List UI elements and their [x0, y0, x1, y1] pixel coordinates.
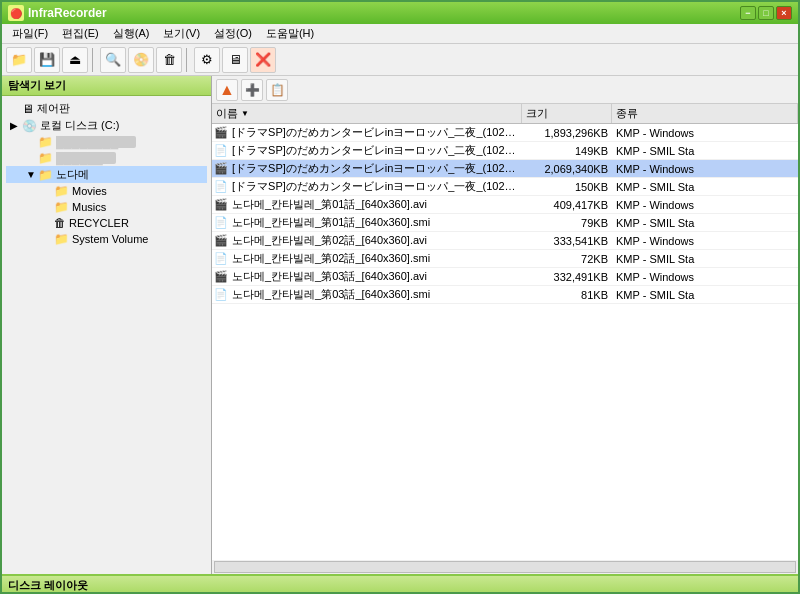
file-icon: 🎬 — [212, 161, 228, 176]
explorer-panel: 탐색기 보기 🖥 제어판 ▶ 💿 로컬 디스크 (C:) 📁 ████████ — [2, 76, 212, 574]
file-size: 409,417KB — [522, 198, 612, 212]
table-row[interactable]: 📄 [ドラマSP]のだめカンタービレinヨーロッパ_一夜_(1024x576_x… — [212, 178, 798, 196]
file-type: KMP - Windows — [612, 270, 798, 284]
up-button[interactable]: ▲ — [216, 79, 238, 101]
tree-label: RECYCLER — [69, 217, 129, 229]
menu-edit[interactable]: 편집(E) — [56, 24, 105, 43]
file-type: KMP - Windows — [612, 162, 798, 176]
file-size: 149KB — [522, 144, 612, 158]
tree-item-recycler[interactable]: 🗑 RECYCLER — [6, 215, 207, 231]
tree-item-blur1[interactable]: 📁 ████████ — [6, 134, 207, 150]
close-button[interactable]: × — [776, 6, 792, 20]
window-controls: − □ × — [740, 6, 792, 20]
disk-icon: 💿 — [22, 119, 37, 133]
tree-item-musics[interactable]: 📁 Musics — [6, 199, 207, 215]
table-row[interactable]: 📄 노다메_칸타빌레_第03話_[640x360].smi 81KB KMP -… — [212, 286, 798, 304]
file-name: 노다메_칸타빌레_第01話_[640x360].avi — [228, 196, 522, 213]
file-list-panel: ▲ ➕ 📋 이름 ▼ 크기 종류 🎬 [ドラマSP]のだめカンタービレinヨーロ… — [212, 76, 798, 574]
menu-run[interactable]: 실행(A) — [107, 24, 156, 43]
save-button[interactable]: 💾 — [34, 47, 60, 73]
file-type: KMP - Windows — [612, 126, 798, 140]
file-name: 노다메_칸타빌레_第02話_[640x360].avi — [228, 232, 522, 249]
folder-icon: 📁 — [38, 151, 53, 165]
folder-icon: 📁 — [38, 135, 53, 149]
file-type: KMP - SMIL Sta — [612, 144, 798, 158]
file-tree[interactable]: 🖥 제어판 ▶ 💿 로컬 디스크 (C:) 📁 ████████ 📁 █████… — [2, 96, 211, 574]
table-row[interactable]: 🎬 노다메_칸타빌레_第03話_[640x360].avi 332,491KB … — [212, 268, 798, 286]
table-row[interactable]: 🎬 노다메_칸타빌레_第01話_[640x360].avi 409,417KB … — [212, 196, 798, 214]
file-size: 332,491KB — [522, 270, 612, 284]
table-row[interactable]: 📄 노다메_칸타빌레_第02話_[640x360].smi 72KB KMP -… — [212, 250, 798, 268]
add-folder-button[interactable]: ➕ — [241, 79, 263, 101]
file-size: 333,541KB — [522, 234, 612, 248]
burn-button[interactable]: ⏏ — [62, 47, 88, 73]
tree-item-blur2[interactable]: 📁 ██████ — [6, 150, 207, 166]
title-bar: 🔴 InfraRecorder − □ × — [2, 2, 798, 24]
file-type: KMP - SMIL Sta — [612, 216, 798, 230]
tree-label: 로컬 디스크 (C:) — [40, 118, 119, 133]
file-name: 노다메_칸타빌레_第03話_[640x360].avi — [228, 268, 522, 285]
tree-item-movies[interactable]: 📁 Movies — [6, 183, 207, 199]
file-size: 150KB — [522, 180, 612, 194]
menu-view[interactable]: 보기(V) — [157, 24, 206, 43]
file-icon: 🎬 — [212, 197, 228, 212]
col-name[interactable]: 이름 ▼ — [212, 104, 522, 123]
file-list[interactable]: 🎬 [ドラマSP]のだめカンタービレinヨーロッパ_二夜_(1024x576_x… — [212, 124, 798, 560]
tree-item-control-panel[interactable]: 🖥 제어판 — [6, 100, 207, 117]
file-toolbar: ▲ ➕ 📋 — [212, 76, 798, 104]
search-button[interactable]: 🔍 — [100, 47, 126, 73]
file-type: KMP - Windows — [612, 198, 798, 212]
disc-layout-header: 디스크 레이아웃 — [2, 576, 798, 594]
table-row[interactable]: 📄 [ドラマSP]のだめカンタービレinヨーロッパ_二夜_(1024x576_x… — [212, 142, 798, 160]
file-size: 81KB — [522, 288, 612, 302]
table-row[interactable]: 🎬 [ドラマSP]のだめカンタービレinヨーロッパ_一夜_(1024x576_x… — [212, 160, 798, 178]
menu-settings[interactable]: 설정(O) — [208, 24, 258, 43]
tree-item-local-disk[interactable]: ▶ 💿 로컬 디스크 (C:) — [6, 117, 207, 134]
tree-label: Movies — [72, 185, 107, 197]
file-name: 노다메_칸타빌레_第03話_[640x360].smi — [228, 286, 522, 303]
tree-item-sysvolume[interactable]: 📁 System Volume — [6, 231, 207, 247]
settings-button[interactable]: ⚙ — [194, 47, 220, 73]
expand-icon[interactable]: ▶ — [10, 120, 22, 131]
table-row[interactable]: 📄 노다메_칸타빌레_第01話_[640x360].smi 79KB KMP -… — [212, 214, 798, 232]
disc-button[interactable]: 📀 — [128, 47, 154, 73]
horizontal-scrollbar[interactable] — [214, 561, 796, 573]
toolbar-separator2 — [186, 48, 190, 72]
control-panel-icon: 🖥 — [22, 102, 34, 116]
menu-bar: 파일(F) 편집(E) 실행(A) 보기(V) 설정(O) 도움말(H) — [2, 24, 798, 44]
col-type[interactable]: 종류 — [612, 104, 798, 123]
tree-label: 노다메 — [56, 167, 89, 182]
minimize-button[interactable]: − — [740, 6, 756, 20]
file-type: KMP - Windows — [612, 234, 798, 248]
file-type: KMP - SMIL Sta — [612, 288, 798, 302]
recycle-icon: 🗑 — [54, 216, 66, 230]
toolbar-separator — [92, 48, 96, 72]
erase-button[interactable]: 🗑 — [156, 47, 182, 73]
col-size[interactable]: 크기 — [522, 104, 612, 123]
menu-file[interactable]: 파일(F) — [6, 24, 54, 43]
file-icon: 📄 — [212, 179, 228, 194]
file-icon: 📄 — [212, 287, 228, 302]
toolbar: 📁 💾 ⏏ 🔍 📀 🗑 ⚙ 🖥 ❌ — [2, 44, 798, 76]
explorer-header: 탐색기 보기 — [2, 76, 211, 96]
table-row[interactable]: 🎬 [ドラマSP]のだめカンタービレinヨーロッパ_二夜_(1024x576_x… — [212, 124, 798, 142]
file-name: [ドラマSP]のだめカンタービレinヨーロッパ_二夜_(1024x576_x26… — [228, 142, 522, 159]
table-row[interactable]: 🎬 노다메_칸타빌레_第02話_[640x360].avi 333,541KB … — [212, 232, 798, 250]
menu-help[interactable]: 도움말(H) — [260, 24, 320, 43]
file-icon: 📄 — [212, 215, 228, 230]
file-size: 79KB — [522, 216, 612, 230]
file-icon: 📄 — [212, 143, 228, 158]
maximize-button[interactable]: □ — [758, 6, 774, 20]
file-icon: 🎬 — [212, 233, 228, 248]
tree-item-nodame[interactable]: ▼ 📁 노다메 — [6, 166, 207, 183]
new-button[interactable]: 📁 — [6, 47, 32, 73]
delete-button[interactable]: ❌ — [250, 47, 276, 73]
app-title: InfraRecorder — [28, 6, 107, 20]
file-type: KMP - SMIL Sta — [612, 252, 798, 266]
add-files-button[interactable]: 📋 — [266, 79, 288, 101]
folder-icon: 📁 — [54, 232, 69, 246]
folder-icon: 📁 — [54, 184, 69, 198]
display-button[interactable]: 🖥 — [222, 47, 248, 73]
disc-layout-title: 디스크 레이아웃 — [8, 578, 88, 593]
expand-icon[interactable]: ▼ — [26, 169, 38, 180]
